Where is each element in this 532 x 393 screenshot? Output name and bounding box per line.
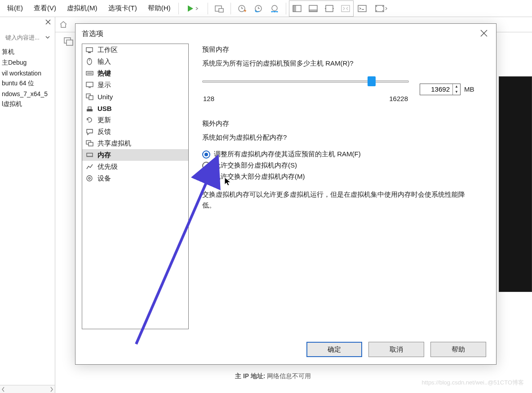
memory-option-0[interactable]: 调整所有虚拟机内存使其适应预留的主机 RAM(F) <box>202 150 490 159</box>
vm-list: 算机 主Debug vil workstation buntu 64 位 ndo… <box>0 45 55 393</box>
sidebar-search[interactable] <box>2 31 53 44</box>
category-monitor[interactable]: 显示 <box>82 79 188 91</box>
menu-help[interactable]: 帮助(H) <box>142 1 176 15</box>
memory-icon <box>86 151 94 159</box>
dialog-title: 首选项 <box>75 24 496 44</box>
vm-list-item[interactable]: 算机 <box>0 47 55 57</box>
category-label: 显示 <box>98 81 111 89</box>
slider-max-label: 16228 <box>389 95 408 102</box>
category-keyboard[interactable]: 热键 <box>82 67 188 79</box>
console-icon[interactable] <box>355 2 369 15</box>
ip-info: 主 IP 地址: 网络信息不可用 <box>235 372 311 380</box>
category-label: 输入 <box>98 57 111 66</box>
extra-memory-question: 系统如何为虚拟机分配内存? <box>202 133 490 142</box>
radio-icon[interactable] <box>202 150 210 159</box>
monitor-icon <box>86 81 94 88</box>
spinner-down-icon[interactable]: ▼ <box>453 89 460 95</box>
memory-slider[interactable] <box>202 76 409 87</box>
chevron-down-icon[interactable] <box>45 35 50 40</box>
radio-label: 允许交换大部分虚拟机内存(M) <box>214 172 305 181</box>
clock-add-icon[interactable] <box>235 2 249 15</box>
svg-rect-12 <box>326 5 333 12</box>
category-share[interactable]: 共享虚拟机 <box>82 137 188 149</box>
slider-min-label: 128 <box>203 95 214 102</box>
radio-label: 调整所有虚拟机内存使其适应预留的主机 RAM(F) <box>214 150 361 159</box>
category-list[interactable]: 工作区输入热键显示UnityUSB更新反馈共享虚拟机内存优先级设备 <box>82 44 189 329</box>
sidebar-hscrollbar[interactable] <box>0 385 55 393</box>
category-label: 热键 <box>98 69 111 78</box>
vm-list-item[interactable]: ndows_7_x64_5 <box>0 89 55 99</box>
radio-icon[interactable] <box>202 173 210 181</box>
layout-sidebar-icon[interactable] <box>290 2 304 15</box>
menu-tabs[interactable]: 选项卡(T) <box>103 1 142 15</box>
library-sidebar: 算机 主Debug vil workstation buntu 64 位 ndo… <box>0 17 55 393</box>
sidebar-search-input[interactable] <box>4 34 45 41</box>
svg-rect-33 <box>87 153 93 156</box>
memory-option-2[interactable]: 允许交换大部分虚拟机内存(M) <box>202 172 490 181</box>
category-priority[interactable]: 优先级 <box>82 161 188 172</box>
vm-list-item[interactable]: vil workstation <box>0 68 55 78</box>
svg-rect-9 <box>293 5 296 12</box>
category-label: Unity <box>98 93 113 101</box>
svg-rect-25 <box>86 82 93 87</box>
clock-back-icon[interactable] <box>252 2 265 15</box>
category-usb[interactable]: USB <box>82 102 188 114</box>
menu-view[interactable]: 查看(V) <box>28 1 62 15</box>
svg-rect-13 <box>341 5 350 12</box>
memory-option-1[interactable]: 允许交换部分虚拟机内存(S) <box>202 161 490 170</box>
menu-edit[interactable]: 辑(E) <box>2 1 28 15</box>
layout-fit-icon[interactable] <box>339 2 352 15</box>
category-label: 共享虚拟机 <box>98 139 131 148</box>
usb-icon <box>86 105 94 112</box>
play-button[interactable] <box>183 2 203 15</box>
memory-input[interactable] <box>420 84 452 94</box>
radio-icon[interactable] <box>202 162 210 170</box>
category-workspace[interactable]: 工作区 <box>82 44 188 56</box>
share-icon <box>86 140 94 147</box>
cancel-button[interactable]: 取消 <box>368 342 424 357</box>
sidebar-close-icon[interactable] <box>45 19 52 26</box>
vm-list-item[interactable]: l虚拟机 <box>0 99 55 110</box>
category-label: 内存 <box>98 151 111 159</box>
slider-thumb[interactable] <box>368 76 376 86</box>
extra-memory-title: 额外内存 <box>202 119 490 128</box>
svg-point-35 <box>89 177 90 179</box>
fullscreen-icon[interactable] <box>372 2 391 15</box>
snapshot-icon[interactable] <box>213 2 226 15</box>
svg-point-6 <box>274 11 275 12</box>
menu-vm[interactable]: 虚拟机(M) <box>62 1 103 15</box>
svg-rect-19 <box>88 52 91 53</box>
category-unity[interactable]: Unity <box>82 91 188 102</box>
svg-point-7 <box>277 11 278 12</box>
layout-bottom-icon[interactable] <box>306 2 320 15</box>
dialog-close-icon[interactable] <box>479 28 490 39</box>
reserved-memory-title: 预留内存 <box>202 45 490 54</box>
ok-button[interactable]: 确定 <box>306 342 362 357</box>
keyboard-icon <box>86 70 94 77</box>
category-label: 设备 <box>98 174 111 183</box>
spinner-up-icon[interactable]: ▲ <box>453 84 460 89</box>
memory-settings: 预留内存 系统应为所有运行的虚拟机预留多少主机 RAM(R)? 128 1622… <box>189 44 490 329</box>
help-button[interactable]: 帮助 <box>430 342 486 357</box>
category-memory[interactable]: 内存 <box>82 149 188 161</box>
category-feedback[interactable]: 反馈 <box>82 126 188 137</box>
category-refresh[interactable]: 更新 <box>82 114 188 126</box>
layout-stretch-icon[interactable] <box>323 2 336 15</box>
svg-rect-11 <box>309 9 317 12</box>
category-devices[interactable]: 设备 <box>82 172 188 184</box>
priority-icon <box>86 163 94 170</box>
vm-list-item[interactable]: buntu 64 位 <box>0 78 55 89</box>
svg-point-4 <box>272 5 277 11</box>
category-mouse[interactable]: 输入 <box>82 56 188 67</box>
vm-list-item[interactable]: 主Debug <box>0 57 55 68</box>
category-label: USB <box>98 105 112 112</box>
svg-rect-18 <box>86 48 93 52</box>
watermark-text: https://blog.csdn.net/wei..@51CTO博客 <box>421 379 524 387</box>
category-label: 更新 <box>98 116 111 124</box>
memory-spinner[interactable]: ▲ ▼ <box>420 84 461 95</box>
category-label: 工作区 <box>98 46 118 54</box>
svg-rect-17 <box>66 40 73 45</box>
svg-rect-32 <box>89 142 93 146</box>
home-tab-icon[interactable] <box>59 20 68 29</box>
clock-manage-icon[interactable] <box>268 2 281 15</box>
